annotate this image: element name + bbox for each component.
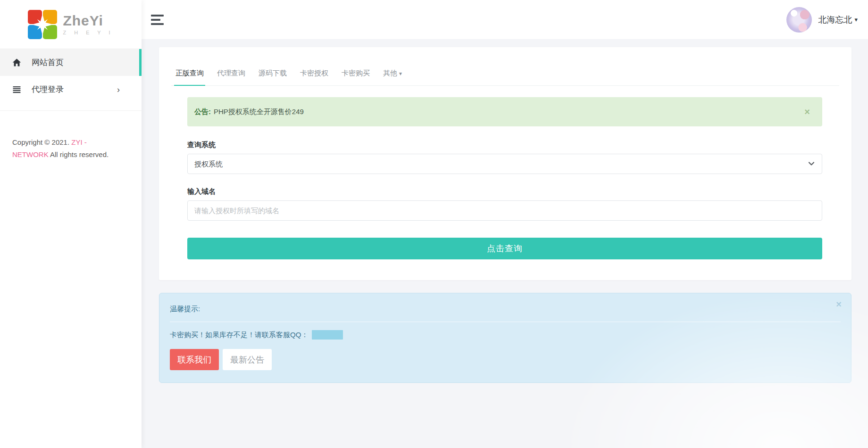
brand-subtitle: Z H E Y I	[63, 30, 113, 35]
user-menu[interactable]: 北海忘北 ▾	[786, 7, 858, 33]
query-card-body: 公告: PHP授权系统全开源售价249 × 查询系统 授权系统 输入域名	[159, 86, 851, 280]
tab-card-authorization[interactable]: 卡密授权	[299, 47, 330, 86]
tab-label: 代理查询	[217, 69, 245, 77]
topbar: 北海忘北 ▾	[142, 0, 868, 40]
announcement-label: 公告:	[194, 108, 211, 116]
menu-toggle-icon[interactable]	[151, 15, 164, 25]
tab-other[interactable]: 其他▾	[382, 47, 403, 86]
copyright: Copyright © 2021. ZYI - NETWORK All righ…	[0, 136, 142, 161]
caret-down-icon: ▾	[854, 16, 858, 23]
sidebar: ZheYi Z H E Y I 网站首页 代理登录 ›	[0, 0, 142, 448]
notice-actions: 联系我们 最新公告	[170, 349, 841, 370]
tab-source-download[interactable]: 源码下载	[257, 47, 288, 86]
system-select[interactable]: 授权系统	[187, 154, 822, 174]
sparkle-icon	[29, 11, 56, 38]
notice-divider	[170, 322, 841, 322]
brand-text: ZheYi Z H E Y I	[63, 14, 113, 35]
sidebar-item-label: 网站首页	[32, 57, 64, 68]
avatar[interactable]	[786, 7, 812, 33]
copyright-prefix: Copyright © 2021.	[12, 138, 71, 146]
close-icon[interactable]: ×	[836, 299, 842, 309]
username: 北海忘北	[818, 14, 852, 25]
qq-redacted-block	[312, 330, 343, 340]
sidebar-item-home[interactable]: 网站首页	[0, 49, 142, 76]
select-label: 查询系统	[187, 141, 822, 149]
page-content: 正版查询 代理查询 源码下载 卡密授权 卡密购买 其他▾	[142, 40, 868, 448]
notice-title: 温馨提示:	[170, 305, 841, 314]
announcement-text: PHP授权系统全开源售价249	[214, 108, 304, 116]
sidebar-menu: 网站首页 代理登录 ›	[0, 49, 142, 111]
notice-body-text: 卡密购买！如果库存不足！请联系客服QQ：	[170, 331, 308, 340]
tab-label: 其他	[383, 69, 397, 77]
brand-logo[interactable]: ZheYi Z H E Y I	[0, 0, 142, 49]
brand-title: ZheYi	[63, 14, 113, 28]
tab-bar: 正版查询 代理查询 源码下载 卡密授权 卡密购买 其他▾	[171, 47, 839, 86]
tab-card-purchase[interactable]: 卡密购买	[340, 47, 371, 86]
tab-agent-query[interactable]: 代理查询	[216, 47, 247, 86]
contact-us-button[interactable]: 联系我们	[170, 349, 219, 370]
latest-announcement-button[interactable]: 最新公告	[223, 349, 272, 370]
tab-label: 卡密授权	[300, 69, 328, 77]
tab-label: 正版查询	[175, 69, 204, 77]
domain-label: 输入域名	[187, 187, 822, 196]
home-icon	[12, 58, 21, 67]
list-icon	[12, 85, 21, 94]
notice-body: 卡密购买！如果库存不足！请联系客服QQ：	[170, 330, 841, 340]
sidebar-item-label: 代理登录	[32, 84, 64, 95]
brand-logo-icon	[28, 10, 57, 39]
app-root: ZheYi Z H E Y I 网站首页 代理登录 ›	[0, 0, 868, 448]
close-icon[interactable]: ×	[804, 107, 810, 116]
copyright-suffix: All rights reserved.	[49, 150, 109, 158]
tab-genuine-query[interactable]: 正版查询	[174, 47, 205, 86]
query-submit-button[interactable]: 点击查询	[187, 238, 822, 259]
chevron-right-icon: ›	[117, 85, 129, 94]
notice-panel: 温馨提示: × 卡密购买！如果库存不足！请联系客服QQ： 联系我们 最新公告	[159, 293, 851, 383]
caret-down-icon: ▾	[399, 70, 402, 77]
query-card: 正版查询 代理查询 源码下载 卡密授权 卡密购买 其他▾	[159, 47, 851, 280]
system-select-wrap: 授权系统	[187, 154, 822, 174]
main-column: 北海忘北 ▾ 正版查询 代理查询 源码下载 卡密授	[142, 0, 868, 448]
announcement-alert: 公告: PHP授权系统全开源售价249 ×	[187, 97, 822, 126]
domain-input[interactable]	[187, 200, 822, 221]
tab-label: 卡密购买	[342, 69, 370, 77]
tab-label: 源码下载	[259, 69, 287, 77]
sidebar-item-agent-login[interactable]: 代理登录 ›	[0, 76, 142, 103]
